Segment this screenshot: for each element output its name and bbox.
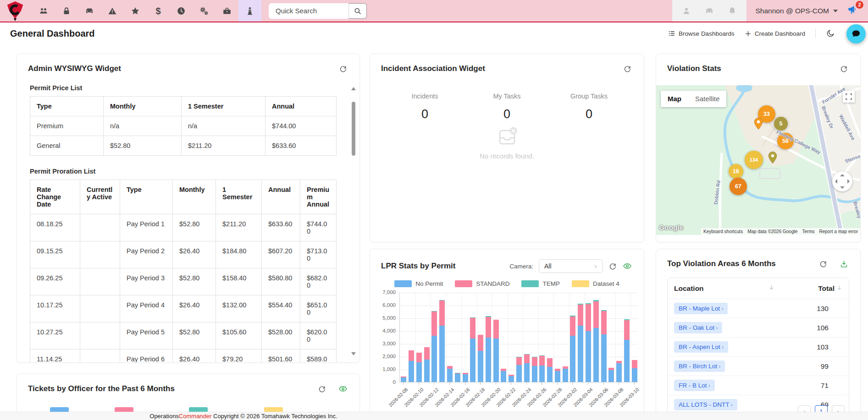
quick-search-input[interactable] bbox=[269, 3, 348, 19]
location-link[interactable]: BR - Birch Lot › bbox=[674, 360, 725, 372]
bar-2026-03-09[interactable] bbox=[624, 319, 630, 382]
bar-2026-03-02[interactable] bbox=[570, 316, 575, 382]
announcements-button[interactable]: 2 bbox=[847, 4, 861, 18]
map-button[interactable]: Map bbox=[661, 91, 688, 107]
users-icon[interactable] bbox=[32, 0, 55, 22]
sort-icon[interactable] bbox=[768, 284, 775, 293]
refresh-button[interactable] bbox=[819, 260, 828, 268]
toolbox-icon[interactable] bbox=[216, 0, 238, 22]
user-menu[interactable]: Shannon @ OPS-COM bbox=[746, 7, 847, 15]
bar-2026-03-08[interactable] bbox=[616, 361, 622, 382]
bar-2026-02-15[interactable] bbox=[455, 373, 460, 382]
legend-item[interactable]: STANDARD bbox=[455, 280, 509, 287]
map-attribution-item[interactable]: Keyboard shortcuts bbox=[701, 229, 745, 234]
column-location[interactable]: Location bbox=[674, 284, 704, 293]
refresh-button[interactable] bbox=[339, 65, 348, 73]
bar-2026-02-18[interactable] bbox=[478, 335, 483, 382]
fullscreen-button[interactable] bbox=[843, 91, 855, 103]
scroll-down-icon[interactable] bbox=[351, 352, 356, 355]
legend-item[interactable]: TEMP bbox=[521, 280, 560, 287]
tower-icon[interactable] bbox=[238, 0, 261, 22]
sort-icon[interactable] bbox=[836, 284, 842, 293]
search-button[interactable] bbox=[348, 3, 367, 19]
clock-icon[interactable] bbox=[170, 0, 193, 22]
camera-select[interactable]: All ∨ bbox=[539, 259, 603, 273]
map-attribution-item[interactable]: Map data ©2026 Google bbox=[745, 229, 800, 234]
bar-2026-02-22[interactable] bbox=[509, 375, 514, 382]
bar-2026-02-27[interactable] bbox=[547, 358, 553, 382]
bar-2026-03-04[interactable] bbox=[586, 303, 591, 382]
visibility-button[interactable] bbox=[623, 262, 632, 271]
location-link[interactable]: BR - Aspen Lot › bbox=[674, 341, 728, 353]
gears-icon[interactable] bbox=[193, 0, 216, 22]
map-cluster-134[interactable]: 134 bbox=[745, 151, 763, 169]
dollar-icon[interactable]: $ bbox=[147, 0, 170, 22]
refresh-button[interactable] bbox=[623, 65, 632, 73]
violations-map[interactable]: 335561341667Forster AveBrealey DrWaddell… bbox=[656, 85, 860, 235]
refresh-button[interactable] bbox=[318, 385, 326, 393]
refresh-button[interactable] bbox=[608, 262, 617, 271]
opscom-logo[interactable] bbox=[5, 0, 26, 22]
create-dashboard-button[interactable]: Create Dashboard bbox=[745, 30, 805, 37]
scrollbar-thumb[interactable] bbox=[352, 102, 355, 156]
table-cell: $26.40 bbox=[173, 349, 216, 363]
bar-2026-02-17[interactable] bbox=[470, 317, 475, 382]
bar-2026-02-24[interactable] bbox=[524, 354, 530, 382]
bar-2026-02-26[interactable] bbox=[539, 355, 545, 382]
chat-button[interactable] bbox=[846, 24, 866, 44]
bar-2026-03-05[interactable] bbox=[593, 300, 599, 382]
bar-2026-03-06[interactable] bbox=[601, 310, 607, 382]
column-total[interactable]: Total bbox=[818, 284, 835, 293]
star-icon[interactable] bbox=[124, 0, 147, 22]
bell-icon[interactable] bbox=[721, 0, 744, 22]
bar-2026-02-25[interactable] bbox=[532, 357, 537, 382]
bar-segment bbox=[431, 336, 437, 382]
map-cluster-5[interactable]: 5 bbox=[774, 117, 788, 131]
bar-2026-03-07[interactable] bbox=[608, 368, 614, 382]
location-link[interactable]: BR - Maple Lot › bbox=[674, 303, 728, 314]
bar-2026-03-01[interactable] bbox=[563, 366, 568, 382]
scroll-up-icon[interactable] bbox=[351, 87, 356, 90]
refresh-button[interactable] bbox=[840, 65, 848, 73]
bar-2026-02-28[interactable] bbox=[555, 369, 560, 382]
map-attribution-item[interactable]: Report a map error bbox=[817, 229, 860, 234]
map-cluster-16[interactable]: 16 bbox=[729, 164, 743, 179]
bar-2026-03-03[interactable] bbox=[578, 304, 583, 382]
scrollbar[interactable] bbox=[351, 87, 356, 355]
bar-2026-02-16[interactable] bbox=[463, 373, 468, 382]
map-attribution-item[interactable]: Terms bbox=[800, 229, 817, 234]
map-pin[interactable] bbox=[768, 151, 777, 166]
map-cluster-67[interactable]: 67 bbox=[730, 178, 747, 195]
person-icon[interactable] bbox=[675, 0, 698, 22]
bar-2026-02-12[interactable] bbox=[431, 311, 437, 382]
bar-2026-02-20[interactable] bbox=[493, 320, 499, 382]
table-cell: 08.18.25 bbox=[30, 214, 80, 241]
bar-2026-02-21[interactable] bbox=[501, 369, 506, 382]
bar-2026-02-11[interactable] bbox=[424, 347, 430, 382]
bar-2026-02-13[interactable] bbox=[439, 300, 445, 382]
bar-2026-02-10[interactable] bbox=[416, 353, 422, 382]
bar-2026-02-14[interactable] bbox=[447, 366, 453, 382]
legend-item[interactable]: No Permit bbox=[394, 280, 443, 287]
download-button[interactable] bbox=[840, 260, 848, 268]
car-icon[interactable] bbox=[698, 0, 721, 22]
browse-dashboards-button[interactable]: Browse Dashboards bbox=[668, 30, 735, 37]
bar-2026-02-08[interactable] bbox=[401, 376, 406, 382]
vehicle-icon[interactable] bbox=[78, 0, 101, 22]
location-link[interactable]: BR - Oak Lot › bbox=[674, 322, 722, 333]
pan-control[interactable] bbox=[832, 171, 852, 191]
location-link[interactable]: FR - B Lot › bbox=[674, 380, 715, 391]
legend-item[interactable]: Dataset 4 bbox=[572, 280, 619, 287]
map-pin[interactable] bbox=[754, 117, 763, 132]
bar-2026-02-19[interactable] bbox=[486, 316, 491, 382]
bar-2026-03-10[interactable] bbox=[632, 360, 637, 382]
google-logo[interactable]: Google bbox=[659, 224, 684, 231]
bar-2026-02-23[interactable] bbox=[516, 357, 522, 382]
dark-mode-toggle[interactable] bbox=[826, 29, 835, 38]
lock-icon[interactable] bbox=[55, 0, 78, 22]
warning-icon[interactable] bbox=[101, 0, 124, 22]
bar-2026-02-09[interactable] bbox=[409, 350, 414, 382]
location-link[interactable]: ALL LOTS - DNTT › bbox=[674, 399, 737, 410]
satellite-button[interactable]: Satellite bbox=[688, 91, 726, 107]
visibility-button[interactable] bbox=[338, 384, 348, 393]
